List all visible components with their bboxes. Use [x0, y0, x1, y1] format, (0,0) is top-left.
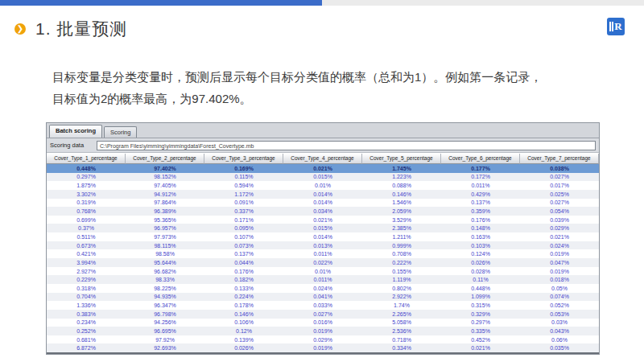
table-cell: 94.935% [126, 293, 204, 302]
table-cell: 0.021% [283, 164, 362, 173]
table-cell: 0.091% [204, 199, 283, 208]
table-cell: 3.302% [47, 190, 126, 199]
table-cell: 1.546% [362, 199, 441, 208]
column-header[interactable]: Cover_Type_3_percentage [204, 154, 283, 164]
app-screenshot-panel: Batch scoring Scoring Scoring data C:\Pr… [46, 122, 600, 355]
table-cell: 0.177% [441, 164, 520, 173]
table-cell: 0.038% [520, 164, 599, 173]
body-line-1: 目标变量是分类变量时，预测后显示每个目标分类值的概率（总和为1）。例如第一条记录… [52, 66, 608, 88]
column-header[interactable]: Cover_Type_7_percentage [520, 154, 599, 164]
column-header[interactable]: Cover_Type_6_percentage [441, 154, 520, 164]
table-row[interactable]: 0.704%94.935%0.224%0.041%2.922%1.099%0.0… [47, 293, 599, 302]
table-cell: 0.335% [441, 327, 520, 335]
tab-scoring[interactable]: Scoring [104, 126, 137, 138]
table-cell: 0.222% [362, 258, 441, 267]
table-cell: 0.315% [441, 301, 520, 310]
table-cell: 0.176% [204, 267, 283, 276]
body-paragraph: 目标变量是分类变量时，预测后显示每个目标分类值的概率（总和为1）。例如第一条记录… [52, 66, 608, 109]
table-cell: 0.178% [204, 301, 283, 310]
table-cell: 0.019% [283, 343, 362, 352]
table-cell: 0.014% [283, 199, 362, 208]
table-cell: 0.768% [47, 207, 126, 216]
table-row[interactable]: 0.383%96.798%0.146%0.027%2.265%0.329%0.0… [47, 310, 599, 319]
table-row[interactable]: 0.252%96.695%0.12%0.019%2.536%0.335%0.04… [47, 327, 599, 335]
page-title: 1. 批量预测 [35, 18, 127, 40]
table-row[interactable]: 1.875%97.405%0.594%0.01%0.088%0.011%0.01… [47, 181, 599, 190]
table-cell: 0.169% [204, 164, 283, 173]
table-cell: 2.927% [47, 267, 126, 276]
column-header[interactable]: Cover_Type_4_percentage [283, 154, 362, 164]
table-row[interactable]: 0.448%97.402%0.169%0.021%1.745%0.177%0.0… [47, 164, 599, 173]
table-row[interactable]: 3.302%94.912%1.172%0.014%0.146%0.429%0.0… [47, 190, 599, 199]
table-cell: 0.073% [204, 241, 283, 250]
table-row[interactable]: 1.336%96.347%0.178%0.033%1.74%0.315%0.05… [47, 301, 599, 310]
table-cell: 0.718% [362, 335, 441, 344]
scoring-data-path-field[interactable]: C:\Program Files\yimming\yimmingdata\For… [97, 141, 596, 150]
table-cell: 98.152% [126, 173, 204, 182]
table-body: 0.448%97.402%0.169%0.021%1.745%0.177%0.0… [47, 164, 599, 354]
table-row[interactable]: 0.234%94.256%0.106%0.016%5.058%0.297%0.0… [47, 319, 599, 327]
table-cell: 1.74% [362, 301, 441, 310]
table-cell: 0.052% [520, 301, 599, 310]
table-cell: 2.922% [362, 293, 441, 302]
table-cell: 0.017% [520, 181, 599, 190]
brand-logo-icon: R [607, 18, 625, 35]
table-row[interactable]: 0.319%97.864%0.091%0.014%1.546%0.137%0.0… [47, 199, 599, 208]
chevron-right-icon: ❯ [14, 23, 26, 35]
table-row[interactable]: 6.872%92.693%0.026%0.019%0.334%0.021%0.0… [47, 343, 599, 352]
table-cell: 97.402% [126, 164, 204, 173]
table-cell: 1.099% [441, 293, 520, 302]
logo-bars-icon [609, 22, 613, 31]
table-row[interactable]: 0.229%98.33%0.182%0.011%1.119%0.11%0.018… [47, 275, 599, 284]
table-row[interactable]: 0.37%96.957%0.095%0.015%2.385%0.148%0.02… [47, 224, 599, 232]
table-row[interactable]: 0.511%97.973%0.107%0.014%1.211%0.163%0.0… [47, 232, 599, 241]
table-cell: 92.693% [126, 343, 204, 352]
table-row[interactable]: 0.699%95.365%0.171%0.021%3.529%0.176%0.0… [47, 216, 599, 224]
table-cell: 0.029% [520, 224, 599, 232]
table-cell: 0.106% [204, 319, 283, 327]
table-cell: 97.92% [126, 335, 204, 344]
table-cell: 0.12% [204, 327, 283, 335]
table-cell: 0.034% [283, 207, 362, 216]
table-cell: 0.047% [520, 258, 599, 267]
table-cell: 0.297% [441, 319, 520, 327]
tab-batch-scoring[interactable]: Batch scoring [49, 125, 102, 138]
table-cell: 0.013% [283, 241, 362, 250]
table-row[interactable]: 3.994%95.644%0.044%0.022%0.222%0.026%0.0… [47, 258, 599, 267]
table-cell: 0.06% [520, 335, 599, 344]
table-cell: 0.107% [204, 232, 283, 241]
table-cell: 0.015% [283, 224, 362, 232]
table-row[interactable]: 2.927%96.682%0.176%0.01%0.155%0.028%0.01… [47, 267, 599, 276]
table-cell: 0.033% [283, 301, 362, 310]
table-row[interactable]: 0.673%98.115%0.073%0.013%0.999%0.103%0.0… [47, 241, 599, 250]
table-cell: 0.359% [441, 207, 520, 216]
table-cell: 0.015% [283, 173, 362, 182]
table-row[interactable]: 0.768%96.389%0.337%0.034%2.059%0.359%0.0… [47, 207, 599, 216]
table-cell: 0.018% [520, 275, 599, 284]
table-row[interactable]: 0.318%98.225%0.133%0.024%0.802%0.448%0.0… [47, 284, 599, 293]
table-cell: 0.172% [441, 173, 520, 182]
column-header[interactable]: Cover_Type_5_percentage [362, 154, 441, 164]
table-cell: 0.297% [47, 173, 126, 182]
table-cell: 0.124% [441, 249, 520, 258]
table-row[interactable]: 0.421%98.58%0.137%0.011%0.708%0.124%0.01… [47, 249, 599, 258]
table-cell: 0.019% [283, 327, 362, 335]
table-cell: 96.682% [126, 267, 204, 276]
table-cell: 94.912% [126, 190, 204, 199]
table-cell: 0.027% [520, 173, 599, 182]
table-cell: 0.448% [47, 164, 126, 173]
table-cell: 1.223% [362, 173, 441, 182]
table-cell: 0.704% [47, 293, 126, 302]
slide-header: ❯ 1. 批量预测 R [13, 18, 631, 43]
table-cell: 0.673% [47, 241, 126, 250]
table-row[interactable]: 0.681%97.92%0.139%0.029%0.718%0.452%0.06… [47, 335, 599, 344]
column-header[interactable]: Cover_Type_1_percentage [47, 154, 126, 164]
column-header[interactable]: Cover_Type_2_percentage [126, 154, 204, 164]
table-cell: 0.053% [520, 310, 599, 319]
table-row[interactable]: 0.297%98.152%0.115%0.015%1.223%0.172%0.0… [47, 173, 599, 182]
table-cell: 0.095% [204, 224, 283, 232]
table-cell: 0.03% [520, 319, 599, 327]
table-cell: 0.137% [204, 249, 283, 258]
table-cell: 0.318% [47, 284, 126, 293]
scoring-data-label: Scoring data [50, 142, 97, 149]
